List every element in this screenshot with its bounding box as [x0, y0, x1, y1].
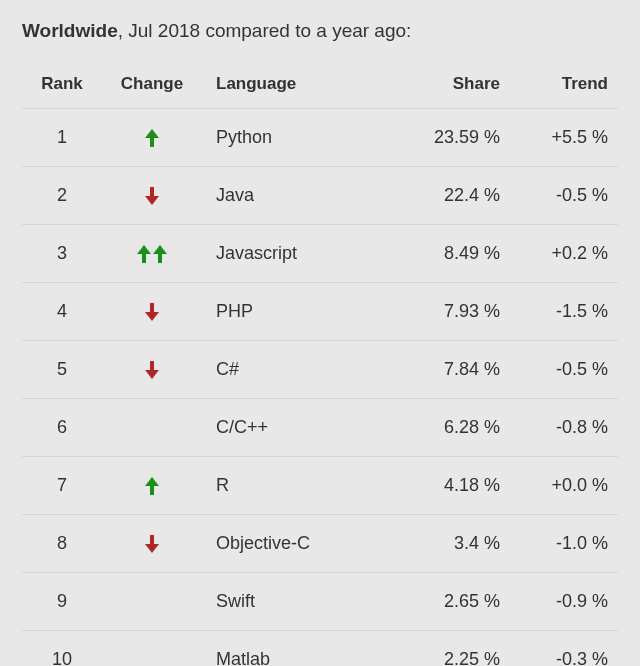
cell-share: 8.49 % — [408, 225, 518, 283]
arrow-up-icon — [145, 477, 159, 495]
cell-share: 23.59 % — [408, 109, 518, 167]
cell-trend: +0.2 % — [518, 225, 618, 283]
title-rest: , Jul 2018 compared to a year ago: — [118, 20, 412, 41]
cell-language: Swift — [202, 573, 408, 631]
header-change: Change — [102, 60, 202, 109]
arrow-down-icon — [145, 535, 159, 553]
cell-trend: +5.5 % — [518, 109, 618, 167]
cell-trend: -0.3 % — [518, 631, 618, 667]
cell-rank: 5 — [22, 341, 102, 399]
title-bold: Worldwide — [22, 20, 118, 41]
ranking-table: Rank Change Language Share Trend 1Python… — [22, 60, 618, 666]
cell-language: Matlab — [202, 631, 408, 667]
cell-share: 7.84 % — [408, 341, 518, 399]
cell-rank: 8 — [22, 515, 102, 573]
table-row: 10Matlab2.25 %-0.3 % — [22, 631, 618, 667]
cell-share: 7.93 % — [408, 283, 518, 341]
cell-trend: -0.5 % — [518, 167, 618, 225]
cell-change — [102, 631, 202, 667]
arrow-down-icon — [145, 361, 159, 379]
arrow-up-icon — [137, 245, 151, 263]
cell-rank: 2 — [22, 167, 102, 225]
cell-share: 3.4 % — [408, 515, 518, 573]
cell-trend: -0.5 % — [518, 341, 618, 399]
table-row: 3Javascript8.49 %+0.2 % — [22, 225, 618, 283]
cell-rank: 10 — [22, 631, 102, 667]
cell-language: Javascript — [202, 225, 408, 283]
cell-change — [102, 457, 202, 515]
cell-rank: 6 — [22, 399, 102, 457]
table-row: 9Swift2.65 %-0.9 % — [22, 573, 618, 631]
table-row: 6C/C++6.28 %-0.8 % — [22, 399, 618, 457]
header-language: Language — [202, 60, 408, 109]
cell-language: Java — [202, 167, 408, 225]
cell-share: 4.18 % — [408, 457, 518, 515]
cell-language: Objective-C — [202, 515, 408, 573]
arrow-down-icon — [145, 187, 159, 205]
cell-change — [102, 167, 202, 225]
cell-language: PHP — [202, 283, 408, 341]
table-row: 4PHP7.93 %-1.5 % — [22, 283, 618, 341]
cell-change — [102, 573, 202, 631]
cell-share: 2.25 % — [408, 631, 518, 667]
cell-change — [102, 341, 202, 399]
cell-share: 6.28 % — [408, 399, 518, 457]
cell-change — [102, 225, 202, 283]
header-rank: Rank — [22, 60, 102, 109]
cell-language: C/C++ — [202, 399, 408, 457]
cell-trend: -1.0 % — [518, 515, 618, 573]
cell-trend: -1.5 % — [518, 283, 618, 341]
arrow-up-icon — [153, 245, 167, 263]
page-title: Worldwide, Jul 2018 compared to a year a… — [22, 20, 618, 42]
header-share: Share — [408, 60, 518, 109]
cell-language: C# — [202, 341, 408, 399]
cell-rank: 4 — [22, 283, 102, 341]
cell-share: 22.4 % — [408, 167, 518, 225]
table-row: 7R4.18 %+0.0 % — [22, 457, 618, 515]
cell-change — [102, 399, 202, 457]
cell-change — [102, 515, 202, 573]
arrow-down-icon — [145, 303, 159, 321]
cell-rank: 7 — [22, 457, 102, 515]
cell-share: 2.65 % — [408, 573, 518, 631]
table-row: 8Objective-C3.4 %-1.0 % — [22, 515, 618, 573]
cell-change — [102, 283, 202, 341]
cell-trend: -0.8 % — [518, 399, 618, 457]
cell-language: Python — [202, 109, 408, 167]
table-row: 2Java22.4 %-0.5 % — [22, 167, 618, 225]
table-header-row: Rank Change Language Share Trend — [22, 60, 618, 109]
header-trend: Trend — [518, 60, 618, 109]
table-row: 1Python23.59 %+5.5 % — [22, 109, 618, 167]
cell-trend: -0.9 % — [518, 573, 618, 631]
table-row: 5C#7.84 %-0.5 % — [22, 341, 618, 399]
arrow-up-icon — [145, 129, 159, 147]
cell-rank: 1 — [22, 109, 102, 167]
cell-change — [102, 109, 202, 167]
cell-rank: 9 — [22, 573, 102, 631]
cell-rank: 3 — [22, 225, 102, 283]
cell-trend: +0.0 % — [518, 457, 618, 515]
cell-language: R — [202, 457, 408, 515]
